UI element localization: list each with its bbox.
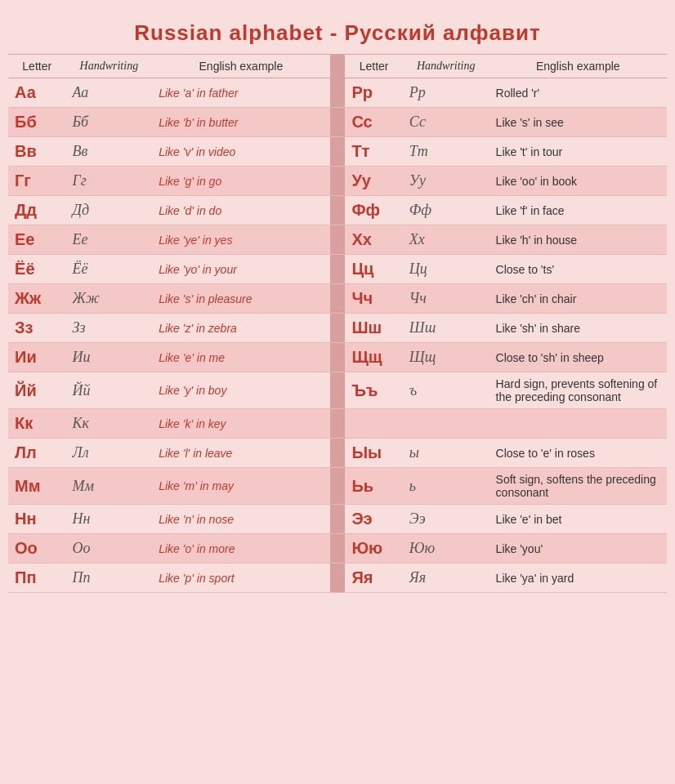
left-letter: Ее xyxy=(8,225,65,255)
table-row: ЕеЕеLike 'ye' in yesХхХхLike 'h' in hous… xyxy=(8,225,667,255)
row-divider xyxy=(330,372,346,409)
right-handwriting: ь xyxy=(403,468,489,505)
right-handwriting: Цц xyxy=(403,255,489,284)
row-divider xyxy=(330,284,346,314)
left-letter: Дд xyxy=(8,196,65,225)
right-handwriting: Рр xyxy=(403,78,489,108)
right-letter: Ъъ xyxy=(345,372,402,409)
left-example: Like 'g' in go xyxy=(152,167,329,196)
left-handwriting: Вв xyxy=(65,137,152,167)
left-handwriting: Пп xyxy=(65,564,152,593)
left-letter: Оо xyxy=(8,534,65,564)
table-row: ИиИиLike 'e' in meЩщЩщClose to 'sh' in s… xyxy=(8,343,667,372)
left-handwriting: Жж xyxy=(65,284,152,314)
left-letter: Кк xyxy=(8,409,65,439)
row-divider xyxy=(330,409,346,439)
page-title: Russian alphabet - Русский алфавит xyxy=(8,8,667,54)
table-row: ЛлЛлLike 'l' in leaveЫыыClose to 'e' in … xyxy=(8,439,667,468)
table-row: ДдДдLike 'd' in doФфФфLike 'f' in face xyxy=(8,196,667,225)
row-divider xyxy=(330,505,346,534)
right-letter: Ьь xyxy=(345,468,402,505)
right-letter: Фф xyxy=(345,196,402,225)
right-example: Like 's' in see xyxy=(489,108,667,137)
left-letter: Жж xyxy=(8,284,65,314)
left-letter: Гг xyxy=(8,167,65,196)
left-letter: Йй xyxy=(8,372,65,409)
right-handwriting xyxy=(403,409,489,439)
table-row: ЖжЖжLike 's' in pleasureЧчЧчLike 'ch' in… xyxy=(8,284,667,314)
right-letter xyxy=(345,409,402,439)
row-divider xyxy=(330,225,346,255)
right-letter: Рр xyxy=(345,78,402,108)
right-handwriting: Тт xyxy=(403,137,489,167)
right-example: Hard sign, prevents softening of the pre… xyxy=(489,372,667,409)
row-divider xyxy=(330,255,346,284)
left-handwriting: Аа xyxy=(65,78,152,108)
row-divider xyxy=(330,468,346,505)
left-example: Like 'l' in leave xyxy=(152,439,329,468)
right-example: Like 'h' in house xyxy=(489,225,667,255)
right-example: Like 'e' in bet xyxy=(489,505,667,534)
left-example: Like 'ye' in yes xyxy=(152,225,329,255)
right-example xyxy=(489,409,667,439)
right-example: Soft sign, softens the preceding consona… xyxy=(489,468,667,505)
right-example: Rolled 'r' xyxy=(489,78,667,108)
left-handwriting: Бб xyxy=(65,108,152,137)
header-ex-left: English example xyxy=(152,55,329,78)
left-example: Like 'k' in key xyxy=(152,409,329,439)
left-example: Like 'b' in butter xyxy=(152,108,329,137)
left-letter: Зз xyxy=(8,314,65,343)
right-letter: Ыы xyxy=(345,439,402,468)
table-row: НнНнLike 'n' in noseЭэЭэLike 'e' in bet xyxy=(8,505,667,534)
right-handwriting: Юю xyxy=(403,534,489,564)
right-handwriting: Щщ xyxy=(403,343,489,372)
table-row: ГгГгLike 'g' in goУуУуLike 'oo' in book xyxy=(8,167,667,196)
row-divider xyxy=(330,196,346,225)
right-handwriting: Чч xyxy=(403,284,489,314)
right-letter: Шш xyxy=(345,314,402,343)
left-handwriting: Мм xyxy=(65,468,152,505)
right-letter: Чч xyxy=(345,284,402,314)
row-divider xyxy=(330,439,346,468)
left-letter: Вв xyxy=(8,137,65,167)
left-letter: Ии xyxy=(8,343,65,372)
row-divider xyxy=(330,534,346,564)
left-example: Like 'm' in may xyxy=(152,468,329,505)
left-handwriting: Зз xyxy=(65,314,152,343)
right-handwriting: ъ xyxy=(403,372,489,409)
left-handwriting: Йй xyxy=(65,372,152,409)
table-row: ВвВвLike 'v' in videoТтТтLike 't' in tou… xyxy=(8,137,667,167)
table-body: АаАаLike 'a' in fatherРрРрRolled 'r'БбБб… xyxy=(8,78,667,593)
left-example: Like 'z' in zebra xyxy=(152,314,329,343)
right-letter: Яя xyxy=(345,564,402,593)
row-divider xyxy=(330,167,346,196)
left-example: Like 'n' in nose xyxy=(152,505,329,534)
row-divider xyxy=(330,78,346,108)
left-example: Like 'e' in me xyxy=(152,343,329,372)
left-letter: Нн xyxy=(8,505,65,534)
table-row: АаАаLike 'a' in fatherРрРрRolled 'r' xyxy=(8,78,667,108)
col-divider xyxy=(330,55,346,78)
left-handwriting: Ёё xyxy=(65,255,152,284)
left-letter: Пп xyxy=(8,564,65,593)
left-handwriting: Ее xyxy=(65,225,152,255)
left-handwriting: Дд xyxy=(65,196,152,225)
right-letter: Тт xyxy=(345,137,402,167)
header-ex-right: English example xyxy=(489,55,667,78)
left-example: Like 'p' in sport xyxy=(152,564,329,593)
header-letter-left: Letter xyxy=(8,55,65,78)
right-letter: Уу xyxy=(345,167,402,196)
right-example: Like 'ya' in yard xyxy=(489,564,667,593)
right-letter: Юю xyxy=(345,534,402,564)
left-example: Like 'v' in video xyxy=(152,137,329,167)
table-row: БбБбLike 'b' in butterСсСсLike 's' in se… xyxy=(8,108,667,137)
alphabet-table: Letter Handwriting English example Lette… xyxy=(8,54,667,593)
table-row: ЗзЗзLike 'z' in zebraШшШшLike 'sh' in sh… xyxy=(8,314,667,343)
left-handwriting: Ии xyxy=(65,343,152,372)
right-example: Like 't' in tour xyxy=(489,137,667,167)
table-row: ЙйЙйLike 'y' in boyЪъъHard sign, prevent… xyxy=(8,372,667,409)
left-letter: Мм xyxy=(8,468,65,505)
right-example: Close to 'e' in roses xyxy=(489,439,667,468)
right-example: Like 'f' in face xyxy=(489,196,667,225)
left-example: Like 'd' in do xyxy=(152,196,329,225)
